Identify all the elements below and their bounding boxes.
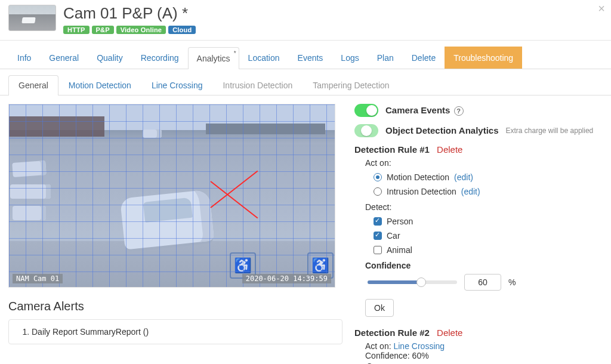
rule2-act-on-link[interactable]: Line Crossing [393,341,445,351]
tab-analytics-label: Analytics [197,54,230,63]
act-on-motion-edit[interactable]: (edit) [454,172,473,182]
tab-general[interactable]: General [40,47,88,69]
tab-troubleshooting[interactable]: Troubleshooting [445,47,522,69]
subtab-tampering[interactable]: Tampering Detection [303,75,399,95]
help-icon[interactable]: ? [454,106,464,116]
primary-tabs: Info General Quality Recording Analytics… [0,41,611,69]
detect-animal-label: Animal [387,245,412,255]
badge-pnp: P&P [92,26,114,34]
close-icon[interactable]: × [598,2,605,14]
camera-events-toggle[interactable] [354,104,378,117]
camera-thumbnail [8,5,56,31]
detect-car-checkbox[interactable] [374,232,382,240]
camera-feed[interactable]: ♿ ♿ NAM Cam 01 2020-06-20 14:39:59 [8,104,335,288]
tab-analytics-mark: * [234,50,236,57]
rule2-delete-link[interactable]: Delete [437,328,462,338]
confidence-label: Confidence [365,261,603,270]
subtab-general[interactable]: General [8,75,58,95]
detect-person-label: Person [387,217,413,226]
camera-alerts-list: Daily Report SummaryReport () [8,319,342,344]
rule1-title: Detection Rule #1 Delete [354,144,603,155]
rule2-act-on-label: Act on: [365,341,393,351]
ok-button[interactable]: Ok [365,299,394,317]
page-title: Cam 01 P&P (A) * [63,5,196,22]
feed-timestamp: 2020-06-20 14:39:59 [242,274,331,283]
act-on-label: Act on: [365,158,603,168]
badge-http: HTTP [63,26,90,34]
tab-quality[interactable]: Quality [88,47,132,69]
badge-video-online: Video Online [116,26,166,34]
confidence-unit: % [508,277,516,287]
badge-cloud: Cloud [168,26,196,34]
tab-location[interactable]: Location [239,47,289,69]
rule2-title: Detection Rule #2 Delete [354,328,603,338]
rule2-confidence: Confidence: 60% [354,351,603,360]
confidence-slider[interactable] [368,280,457,284]
act-on-motion-label: Motion Detection [387,172,449,182]
act-on-intrusion-edit[interactable]: (edit) [461,187,480,196]
feed-camera-name: NAM Cam 01 [13,274,63,283]
tab-analytics[interactable]: Analytics * [188,47,239,69]
object-detection-note: Extra charge will be applied [506,127,594,135]
object-detection-label: Object Detection Analytics [385,125,499,135]
rule2-detect-item: Car [366,362,603,364]
detect-car-label: Car [387,231,400,240]
subtab-motion[interactable]: Motion Detection [58,75,141,95]
detect-animal-checkbox[interactable] [374,246,382,254]
camera-events-label: Camera Events ? [385,105,464,116]
subtab-intrusion[interactable]: Intrusion Detection [212,75,303,95]
act-on-intrusion-label: Intrusion Detection [387,187,456,196]
subtab-line[interactable]: Line Crossing [141,75,213,95]
alert-item[interactable]: Daily Report SummaryReport () [32,327,330,337]
act-on-motion-radio[interactable] [374,173,382,181]
detect-person-checkbox[interactable] [374,217,382,226]
rule1-delete-link[interactable]: Delete [437,144,462,155]
object-detection-toggle[interactable] [354,124,378,137]
detection-grid-overlay [9,104,335,287]
badges: HTTP P&P Video Online Cloud [63,26,196,34]
analytics-subtabs: General Motion Detection Line Crossing I… [0,69,611,95]
tab-plan[interactable]: Plan [368,47,403,69]
detect-label: Detect: [365,202,603,212]
tab-info[interactable]: Info [8,47,40,69]
tab-logs[interactable]: Logs [332,47,368,69]
camera-alerts-heading: Camera Alerts [8,300,342,313]
tab-events[interactable]: Events [289,47,332,69]
tab-delete[interactable]: Delete [403,47,445,69]
confidence-input[interactable]: 60 [464,274,501,291]
tab-recording[interactable]: Recording [132,47,188,69]
act-on-intrusion-radio[interactable] [374,187,382,196]
